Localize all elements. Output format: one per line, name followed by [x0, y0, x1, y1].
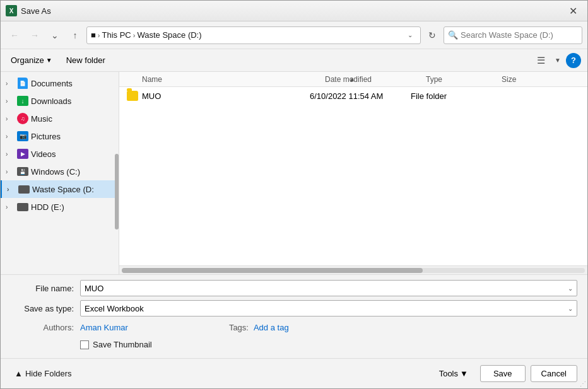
sidebar-item-documents[interactable]: › 📄 Documents: [1, 74, 119, 92]
excel-icon: X: [6, 5, 17, 16]
sidebar-label-waste-d: Waste Space (D:: [32, 185, 94, 194]
filename-input[interactable]: MUO ⌄: [80, 280, 577, 296]
sidebar-label-windows-c: Windows (C:): [31, 167, 80, 177]
tags-value[interactable]: Add a tag: [254, 323, 289, 332]
downloads-icon: ↓: [17, 95, 28, 107]
authors-label: Authors:: [11, 323, 80, 332]
sidebar-label-music: Music: [31, 114, 52, 124]
hdd-drive-icon: [17, 201, 28, 212]
hide-folders-icon: ▲: [15, 369, 23, 378]
filename-dropdown-icon[interactable]: ⌄: [565, 285, 573, 292]
thumbnail-checkbox[interactable]: [80, 340, 89, 349]
close-button[interactable]: ✕: [558, 1, 587, 21]
forward-button[interactable]: →: [26, 26, 44, 44]
save-button[interactable]: Save: [480, 365, 526, 382]
col-header-name: Name: [142, 75, 325, 84]
col-header-type: Type: [426, 75, 502, 84]
sidebar-item-pictures[interactable]: › 📷 Pictures: [1, 127, 119, 145]
authors-value[interactable]: Aman Kumar: [80, 323, 128, 332]
filename-label: File name:: [11, 284, 80, 293]
toolbar-right: ☰ ▼ ?: [532, 52, 581, 69]
chevron-icon: ›: [7, 186, 16, 193]
col-header-date: Date modified: [325, 75, 426, 84]
main-content: › 📄 Documents › ↓ Downloads › ♫ M: [1, 72, 587, 274]
sidebar-label-downloads: Downloads: [31, 96, 71, 106]
hide-folders-button[interactable]: ▲ Hide Folders: [11, 367, 76, 380]
organize-chevron-icon: ▼: [46, 57, 52, 64]
hscroll-thumb[interactable]: [122, 268, 423, 273]
thumbnail-row: Save Thumbnail: [11, 336, 577, 353]
refresh-button[interactable]: ↻: [423, 26, 441, 44]
horizontal-scrollbar[interactable]: [119, 265, 587, 274]
recent-locations-button[interactable]: ⌄: [46, 26, 64, 44]
hscroll-track: [122, 268, 585, 273]
file-name-cell: MUO: [127, 91, 310, 101]
sidebar-scrollbar[interactable]: [115, 154, 119, 229]
organize-button[interactable]: Organize ▼: [7, 54, 56, 67]
address-bar: ← → ⌄ ↑ ■ › This PC › Waste Space (D:) ⌄…: [1, 21, 587, 49]
address-input[interactable]: ■ › This PC › Waste Space (D:) ⌄: [86, 26, 421, 44]
file-name-label: MUO: [142, 91, 161, 101]
savetype-label: Save as type:: [11, 304, 80, 313]
view-button[interactable]: ☰: [532, 52, 550, 69]
tags-label: Tags:: [229, 323, 249, 332]
hide-folders-label: Hide Folders: [25, 369, 72, 378]
sidebar-item-hdd-e[interactable]: › HDD (E:): [1, 198, 119, 216]
sidebar-label-hdd-e: HDD (E:): [31, 202, 64, 212]
file-type-cell: File folder: [411, 91, 486, 101]
sidebar-item-windows-c[interactable]: › 💾 Windows (C:): [1, 163, 119, 180]
sidebar: › 📄 Documents › ↓ Downloads › ♫ M: [1, 72, 119, 274]
folder-icon: [127, 91, 138, 101]
app-icon: X: [6, 5, 17, 16]
chevron-icon: ›: [6, 98, 15, 105]
chevron-icon: ›: [6, 133, 15, 140]
new-folder-button[interactable]: New folder: [61, 54, 110, 67]
sidebar-label-documents: Documents: [31, 79, 73, 88]
savetype-value: Excel Workbook: [85, 304, 565, 313]
back-button[interactable]: ←: [6, 26, 23, 44]
collapse-button[interactable]: ▲: [349, 76, 358, 83]
search-icon: 🔍: [448, 30, 458, 40]
tools-button[interactable]: Tools ▼: [432, 365, 475, 382]
music-icon: ♫: [17, 113, 28, 124]
sidebar-item-downloads[interactable]: › ↓ Downloads: [1, 92, 119, 110]
chevron-icon: ›: [6, 151, 15, 158]
table-row[interactable]: MUO 6/10/2022 11:54 AM File folder: [119, 87, 587, 105]
bottom-form-area: File name: MUO ⌄ Save as type: Excel Wor…: [1, 274, 587, 358]
file-list-body: MUO 6/10/2022 11:54 AM File folder: [119, 87, 587, 265]
address-breadcrumb: ■ › This PC › Waste Space (D:): [91, 30, 401, 40]
help-button[interactable]: ?: [566, 53, 581, 68]
footer-bar: ▲ Hide Folders Tools ▼ Save Cancel: [1, 358, 587, 388]
file-list-header: ▲ Name Date modified Type Size: [119, 72, 587, 87]
sidebar-item-music[interactable]: › ♫ Music: [1, 110, 119, 127]
address-dropdown-button[interactable]: ⌄: [404, 32, 416, 38]
sidebar-item-waste-space-d[interactable]: › Waste Space (D:: [1, 180, 119, 198]
breadcrumb-drive: Waste Space (D:): [137, 30, 201, 40]
sidebar-item-videos[interactable]: › ▶ Videos: [1, 145, 119, 163]
search-box[interactable]: 🔍: [444, 26, 582, 44]
toolbar: Organize ▼ New folder ☰ ▼ ?: [1, 49, 587, 72]
view-dropdown-button[interactable]: ▼: [552, 52, 563, 69]
waste-drive-icon: [18, 183, 30, 195]
savetype-dropdown-icon[interactable]: ⌄: [565, 305, 573, 312]
resize-grip[interactable]: ⋰: [577, 378, 587, 388]
documents-icon: 📄: [17, 78, 28, 89]
window-title: Save As: [21, 6, 558, 16]
search-input[interactable]: [461, 30, 578, 40]
up-button[interactable]: ↑: [66, 26, 84, 44]
chevron-icon: ›: [6, 204, 15, 211]
savetype-row: Save as type: Excel Workbook ⌄: [11, 300, 577, 316]
cancel-button[interactable]: Cancel: [531, 365, 577, 382]
filename-value: MUO: [85, 284, 565, 293]
thumbnail-checkbox-wrap[interactable]: Save Thumbnail: [80, 340, 152, 349]
meta-row: Authors: Aman Kumar Tags: Add a tag: [11, 320, 577, 335]
footer-left: ▲ Hide Folders: [11, 367, 427, 380]
chevron-icon: ›: [6, 168, 15, 175]
col-header-size: Size: [502, 75, 552, 84]
sidebar-label-videos: Videos: [31, 149, 56, 159]
tools-arrow-icon: ▼: [460, 369, 468, 378]
savetype-input[interactable]: Excel Workbook ⌄: [80, 300, 577, 316]
title-bar: X Save As ✕: [1, 1, 587, 21]
thumbnail-label: Save Thumbnail: [93, 340, 152, 349]
windows-drive-icon: 💾: [17, 166, 28, 177]
